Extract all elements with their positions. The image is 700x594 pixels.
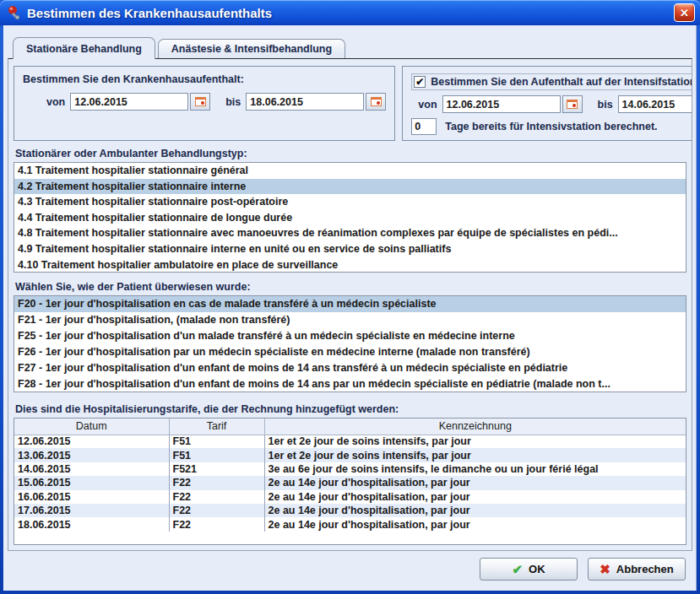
hospital-bis-label: bis: [225, 96, 241, 108]
hospital-bis-calendar-button[interactable]: [366, 93, 386, 111]
list-item[interactable]: 4.4 Traitement hospitalier stationnaire …: [14, 210, 686, 226]
table-cell: F22: [169, 517, 264, 531]
list-item[interactable]: 4.9 Traitement hospitalier stationnaire …: [14, 241, 686, 257]
footer: ✔ OK ✖ Abbrechen: [8, 551, 692, 591]
table-cell: 18.06.2015: [14, 517, 169, 531]
cancel-x-icon: ✖: [600, 562, 610, 577]
icu-von-calendar-button[interactable]: [562, 95, 583, 113]
tab-anaestesie-intensifbehandlung[interactable]: Anästesie & Intensifbehandlung: [158, 39, 345, 58]
table-cell: F51: [169, 435, 264, 448]
table-cell: 17.06.2015: [14, 504, 169, 517]
table-cell: 2e au 14e jour d'hospitalisation, par jo…: [264, 504, 686, 517]
title-bar[interactable]: Bestimmen des Krankenhausaufenthalts ✕: [0, 0, 700, 25]
referral-list: F20 - 1er jour d'hospitalisation en cas …: [14, 295, 686, 392]
table-cell: F51: [169, 448, 264, 462]
list-item[interactable]: 4.2 Traitement hospitalier stationnaire …: [14, 179, 686, 195]
column-header-kennzeichnung[interactable]: Kennzeichnung: [264, 418, 686, 435]
tariffs-table-body: 12.06.2015F511er et 2e jour de soins int…: [14, 435, 686, 532]
icu-bis-input[interactable]: [618, 95, 692, 113]
icu-von-label: von: [418, 99, 437, 111]
icu-days-input[interactable]: [411, 118, 437, 135]
table-cell: 15.06.2015: [14, 476, 169, 489]
treatment-type-label: Stationärer oder Ambulanter Behandlungst…: [15, 148, 685, 159]
calendar-icon: [371, 97, 382, 106]
hospital-bis-input[interactable]: [246, 93, 364, 111]
table-cell: F22: [169, 490, 264, 504]
calendar-icon: [567, 100, 578, 109]
table-cell: F22: [169, 476, 264, 489]
hospital-von-calendar-button[interactable]: [190, 93, 210, 111]
column-header-tarif[interactable]: Tarif: [169, 418, 264, 435]
icu-bis-label: bis: [598, 99, 613, 111]
hospital-stay-title: Bestimmen Sie den Krankenhausaufenthalt:: [23, 73, 386, 85]
table-cell: 1er et 2e jour de soins intensifs, par j…: [264, 435, 686, 448]
table-row[interactable]: 18.06.2015F222e au 14e jour d'hospitalis…: [14, 517, 686, 531]
cancel-button-label: Abbrechen: [616, 563, 674, 575]
table-cell: F521: [169, 462, 264, 476]
icu-checkbox-label: Bestimmen Sie den Aufenthalt auf der Int…: [431, 76, 692, 88]
table-cell: 16.06.2015: [14, 490, 169, 504]
table-row[interactable]: 12.06.2015F511er et 2e jour de soins int…: [14, 435, 686, 448]
list-item[interactable]: 4.1 Traitement hospitalier stationnaire …: [14, 163, 686, 179]
tariffs-table: Datum Tarif Kennzeichnung 12.06.2015F511…: [14, 418, 686, 532]
table-cell: 2e au 14e jour d'hospitalisation, par jo…: [264, 490, 686, 504]
table-row[interactable]: 15.06.2015F222e au 14e jour d'hospitalis…: [14, 476, 686, 489]
list-item[interactable]: F20 - 1er jour d'hospitalisation en cas …: [14, 296, 686, 312]
calendar-icon: [195, 97, 206, 106]
list-item[interactable]: 4.8 Traitement hospitalier stationnaire …: [14, 225, 686, 241]
ok-button-label: OK: [529, 563, 545, 575]
table-row[interactable]: 14.06.2015F5213e au 6e jour de soins int…: [14, 462, 686, 476]
table-cell: 14.06.2015: [14, 462, 169, 476]
table-cell: 12.06.2015: [14, 435, 169, 448]
table-row[interactable]: 13.06.2015F511er et 2e jour de soins int…: [14, 448, 686, 462]
icu-stay-group: ✔ Bestimmen Sie den Aufenthalt auf der I…: [402, 66, 692, 141]
list-item[interactable]: 4.10 Traitement hospitalier ambulatoire …: [14, 257, 686, 273]
list-item[interactable]: F25 - 1er jour d'hospitalisation d'un ma…: [14, 328, 686, 344]
table-cell: 3e au 6e jour de soins intensifs, le dim…: [264, 462, 686, 476]
table-cell: 1er et 2e jour de soins intensifs, par j…: [264, 448, 686, 462]
window-title: Bestimmen des Krankenhausaufenthalts: [27, 6, 674, 20]
table-cell: 2e au 14e jour d'hospitalisation, par jo…: [264, 517, 686, 531]
tab-stationaere-behandlung[interactable]: Stationäre Behandlung: [13, 37, 155, 59]
icu-von-input[interactable]: [442, 95, 561, 113]
tariffs-table-wrap: Datum Tarif Kennzeichnung 12.06.2015F511…: [14, 418, 686, 545]
app-icon: [7, 5, 22, 20]
dialog-window: Bestimmen des Krankenhausaufenthalts ✕ S…: [0, 0, 700, 594]
icu-days-label: Tage bereits für Intensivstation berechn…: [445, 121, 657, 132]
tab-panel: Bestimmen Sie den Krankenhausaufenthalt:…: [8, 58, 692, 551]
ok-button[interactable]: ✔ OK: [480, 558, 578, 580]
table-row[interactable]: 16.06.2015F222e au 14e jour d'hospitalis…: [14, 490, 686, 504]
icu-checkbox-wrap: ✔ Bestimmen Sie den Aufenthalt auf der I…: [411, 73, 692, 90]
icu-checkbox[interactable]: ✔: [414, 76, 426, 88]
table-cell: 2e au 14e jour d'hospitalisation, par jo…: [264, 476, 686, 489]
ok-check-icon: ✔: [512, 562, 523, 577]
hospital-stay-group: Bestimmen Sie den Krankenhausaufenthalt:…: [14, 66, 395, 141]
cancel-button[interactable]: ✖ Abbrechen: [588, 558, 686, 580]
close-button[interactable]: ✕: [674, 3, 695, 22]
list-item[interactable]: F28 - 1er jour d'hospitalisation d'un en…: [14, 376, 686, 392]
list-item[interactable]: F27 - 1er jour d'hospitalisation d'un en…: [14, 360, 686, 376]
list-item[interactable]: 4.3 Traitement hospitalier stationnaire …: [14, 194, 686, 210]
dialog-body: Stationäre Behandlung Anästesie & Intens…: [3, 25, 697, 591]
tariffs-label: Dies sind die Hospitalisierungstarife, d…: [15, 403, 685, 415]
referral-label: Wählen Sie, wie der Patient überwiesen w…: [15, 281, 685, 293]
table-cell: 13.06.2015: [14, 448, 169, 462]
hospital-von-label: von: [46, 96, 65, 108]
list-item[interactable]: F26 - 1er jour d'hospitalisation par un …: [14, 344, 686, 360]
tab-bar: Stationäre Behandlung Anästesie & Intens…: [8, 25, 692, 58]
date-groups: Bestimmen Sie den Krankenhausaufenthalt:…: [14, 66, 686, 141]
table-cell: F22: [169, 504, 264, 517]
hospital-von-input[interactable]: [70, 93, 188, 111]
table-row[interactable]: 17.06.2015F222e au 14e jour d'hospitalis…: [14, 504, 686, 517]
list-item[interactable]: F21 - 1er jour d'hospitalisation, (malad…: [14, 312, 686, 328]
treatment-type-list: 4.1 Traitement hospitalier stationnaire …: [14, 162, 686, 273]
column-header-datum[interactable]: Datum: [14, 418, 169, 435]
